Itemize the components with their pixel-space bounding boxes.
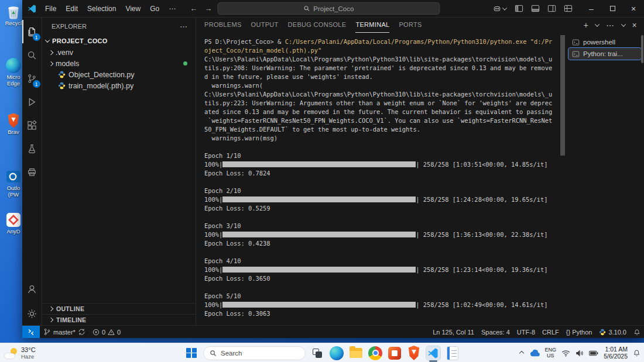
tab-debug-console[interactable]: DEBUG CONSOLE (288, 18, 347, 33)
terminal-list: powershell Python: trai... (566, 33, 644, 325)
printer-icon (27, 167, 37, 177)
progress-line: 100%|| 258/258 [1:36:13<00:00, 22.38s/it… (204, 230, 559, 239)
terminal-profile-dropdown[interactable] (595, 22, 600, 26)
tray-expand-button[interactable] (519, 350, 523, 355)
print-extension-activity-button[interactable] (22, 160, 42, 184)
file-train-model[interactable]: train_model(.pth).py (42, 80, 196, 91)
vscode-logo-icon (28, 4, 37, 13)
tab-terminal[interactable]: TERMINAL (355, 18, 389, 33)
explorer-activity-button[interactable]: 1 (22, 20, 42, 43)
search-activity-button[interactable] (22, 43, 42, 67)
python-interpreter-item[interactable]: 3.10.0 (595, 326, 630, 338)
eol-item[interactable]: CRLF (539, 326, 563, 338)
source-control-activity-button[interactable]: 1 (22, 67, 42, 90)
forward-button[interactable]: → (204, 4, 212, 13)
customize-layout-icon[interactable] (564, 4, 573, 13)
new-terminal-button[interactable]: + (584, 20, 588, 30)
folder-models[interactable]: models (42, 58, 196, 69)
git-branch-item[interactable]: master* (40, 326, 89, 338)
file-object-detection[interactable]: Object_Detection.py (42, 69, 196, 80)
remote-indicator[interactable] (22, 326, 40, 338)
menu-selection[interactable]: Selection (83, 2, 121, 15)
terminal-item-python[interactable]: Python: trai... (568, 48, 641, 60)
outline-section[interactable]: OUTLINE (42, 303, 196, 314)
terminal-scrollbar[interactable] (559, 33, 566, 325)
battery-icon[interactable] (589, 350, 598, 356)
workbench: 1 1 (22, 18, 644, 325)
list-scrollbar-thumb[interactable] (641, 35, 643, 63)
desktop-icon-label: Outlo (3, 185, 24, 191)
notification-bell-icon[interactable] (633, 349, 640, 357)
notepad-button[interactable] (445, 346, 460, 361)
toggle-sidebar-icon[interactable] (515, 4, 523, 13)
minimize-button[interactable]: – (581, 0, 602, 17)
start-button[interactable] (184, 346, 199, 361)
network-icon[interactable] (561, 350, 570, 357)
notifications-item[interactable] (630, 326, 644, 338)
tab-ports[interactable]: PORTS (399, 18, 422, 33)
menu-view[interactable]: View (121, 2, 145, 15)
panel-more-actions-button[interactable]: ⋯ (606, 20, 614, 30)
testing-activity-button[interactable] (22, 137, 42, 160)
sync-icon[interactable] (78, 328, 85, 336)
copilot-button[interactable] (493, 5, 506, 13)
anydesk-icon (5, 212, 22, 228)
file-label: train_model(.pth).py (68, 82, 133, 90)
cursor-position-item[interactable]: Ln 125, Col 11 (429, 326, 478, 338)
terminal-item-powershell[interactable]: powershell (568, 36, 641, 48)
windows-logo-icon (186, 348, 197, 358)
toggle-panel-icon[interactable] (531, 4, 540, 13)
command-center-search[interactable]: Project_Coco (217, 2, 440, 15)
extensions-activity-button[interactable] (22, 113, 42, 137)
close-button[interactable]: × (623, 0, 644, 17)
problems-item[interactable]: 0 0 (89, 326, 124, 338)
desktop-icon-label: Recycl (3, 20, 24, 26)
run-debug-activity-button[interactable] (22, 90, 42, 113)
epoch-loss: Epoch Loss: 0.4238 (204, 239, 559, 248)
timeline-label: TIMELINE (56, 316, 86, 323)
menu-overflow[interactable]: ⋯ (164, 2, 180, 15)
project-root-folder[interactable]: PROJECT_COCO (42, 35, 196, 47)
remote-icon (27, 328, 35, 336)
menu-file[interactable]: File (40, 2, 61, 15)
taskbar-search[interactable]: Search (203, 346, 306, 360)
tab-problems[interactable]: PROBLEMS (204, 18, 242, 33)
office-button[interactable] (387, 346, 402, 361)
python-file-icon (58, 71, 66, 78)
menu-edit[interactable]: Edit (61, 2, 83, 15)
weather-widget[interactable]: 33°C Haze (5, 343, 36, 362)
accounts-button[interactable] (22, 277, 42, 301)
toggle-secondary-sidebar-icon[interactable] (547, 4, 556, 13)
brave-button[interactable] (406, 346, 422, 361)
timeline-section[interactable]: TIMELINE (42, 314, 196, 325)
onedrive-icon[interactable] (529, 349, 540, 357)
task-view-button[interactable] (310, 346, 325, 361)
tab-output[interactable]: OUTPUT (251, 18, 279, 33)
back-button[interactable]: ← (190, 4, 197, 13)
more-actions-button[interactable]: ⋯ (180, 22, 187, 31)
language-indicator[interactable]: ENG US (545, 347, 557, 358)
edge-taskbar-button[interactable] (329, 346, 344, 361)
account-icon (27, 284, 37, 294)
hide-panel-button[interactable] (621, 22, 625, 26)
menu-go[interactable]: Go (145, 2, 164, 15)
close-panel-button[interactable]: × (632, 20, 637, 30)
scrollbar-thumb[interactable] (560, 35, 565, 156)
terminal-output[interactable]: PS D:\Project_Coco> & C:/Users/Palani/Ap… (196, 33, 559, 325)
clock[interactable]: 1:01 AM 5/6/2025 (604, 346, 628, 360)
volume-icon[interactable] (576, 350, 584, 357)
chrome-button[interactable] (368, 346, 383, 361)
encoding-item[interactable]: UTF-8 (513, 326, 539, 338)
panel-actions: + ⋯ × (584, 20, 644, 30)
maximize-button[interactable] (602, 0, 623, 17)
settings-button[interactable] (22, 302, 42, 325)
indentation-item[interactable]: Spaces: 4 (478, 326, 513, 338)
python-version-label: 3.10.0 (608, 329, 626, 336)
folder-venv[interactable]: .venv (42, 47, 196, 58)
file-explorer-button[interactable] (348, 346, 364, 361)
weather-temp: 33°C (21, 346, 36, 353)
progress-bar (222, 267, 416, 273)
vscode-taskbar-button[interactable] (426, 346, 441, 361)
terminal-icon (572, 50, 580, 58)
language-mode-item[interactable]: {} Python (563, 326, 596, 338)
